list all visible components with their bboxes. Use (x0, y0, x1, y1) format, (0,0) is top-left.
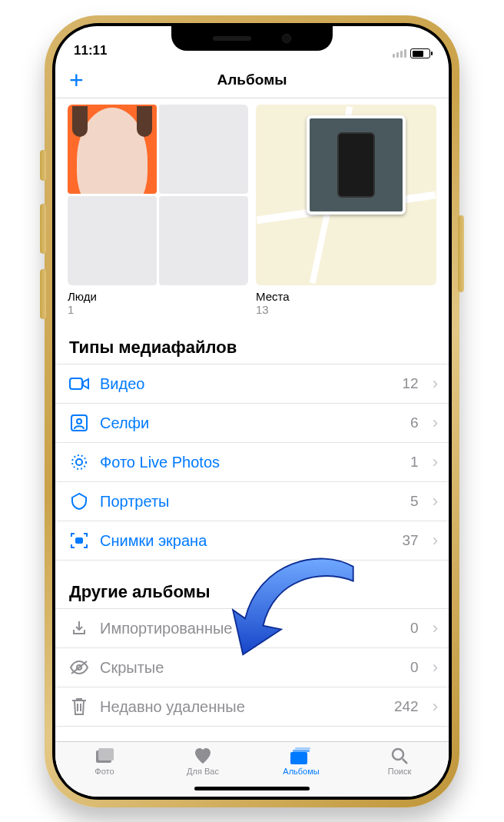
row-livephotos[interactable]: Фото Live Photos 1 › (55, 442, 449, 481)
section-media-types-title: Типы медиафайлов (55, 316, 449, 364)
import-icon (69, 618, 89, 638)
svg-rect-0 (70, 378, 82, 389)
row-selfie[interactable]: Селфи 6 › (55, 403, 449, 442)
tab-photos[interactable]: Фото (55, 747, 154, 797)
video-icon (69, 374, 89, 394)
chevron-right-icon: › (433, 618, 438, 638)
album-places[interactable]: Места 13 (256, 105, 436, 316)
notch (171, 26, 333, 51)
search-tab-icon (389, 747, 410, 765)
content-scroll[interactable]: Люди 1 Места 13 (55, 98, 449, 741)
chevron-right-icon: › (433, 491, 438, 511)
power-button (458, 215, 464, 292)
list-other: Импортированные 0 › Скрытые 0 › (55, 608, 449, 727)
list-media-types: Видео 12 › Селфи 6 › (55, 364, 449, 561)
chevron-right-icon: › (433, 697, 438, 717)
mute-switch (40, 150, 46, 181)
chevron-right-icon: › (433, 531, 438, 551)
add-album-button[interactable]: + (69, 68, 84, 92)
livephoto-icon (69, 452, 89, 472)
selfie-icon (69, 413, 89, 433)
row-hidden[interactable]: Скрытые 0 › (55, 647, 449, 687)
svg-point-2 (77, 419, 81, 424)
album-people-label: Люди (68, 290, 248, 303)
svg-point-4 (72, 455, 86, 469)
svg-rect-12 (295, 747, 310, 750)
row-recently-deleted[interactable]: Недавно удаленные 242 › (55, 687, 449, 727)
trash-icon (69, 697, 89, 717)
svg-line-14 (403, 759, 407, 764)
svg-rect-5 (76, 538, 82, 543)
chevron-right-icon: › (433, 413, 438, 433)
volume-up-button (40, 204, 46, 254)
chevron-right-icon: › (433, 374, 438, 394)
albums-tab-icon (290, 747, 312, 765)
battery-icon (410, 48, 430, 58)
volume-down-button (40, 269, 46, 319)
tab-search[interactable]: Поиск (350, 747, 449, 797)
page-title: Альбомы (217, 72, 287, 88)
row-video[interactable]: Видео 12 › (55, 364, 449, 403)
hidden-icon (69, 657, 89, 677)
phone-frame: 11:11 + Альбомы (45, 15, 459, 807)
svg-rect-10 (290, 752, 307, 764)
svg-point-3 (76, 459, 82, 465)
album-people-count: 1 (68, 303, 248, 316)
svg-point-13 (393, 749, 403, 760)
svg-rect-11 (293, 750, 310, 752)
foryou-tab-icon (192, 747, 214, 765)
row-screenshots[interactable]: Снимки экрана 37 › (55, 521, 449, 561)
status-time: 11:11 (74, 43, 107, 58)
row-portraits[interactable]: Портреты 5 › (55, 481, 449, 521)
album-places-label: Места (256, 290, 436, 303)
chevron-right-icon: › (433, 452, 438, 472)
portrait-icon (69, 491, 89, 511)
signal-icon (393, 49, 406, 58)
album-people[interactable]: Люди 1 (68, 105, 248, 316)
section-other-title: Другие альбомы (55, 561, 449, 608)
chevron-right-icon: › (433, 657, 438, 677)
nav-header: + Альбомы (55, 62, 449, 98)
row-imported[interactable]: Импортированные 0 › (55, 608, 449, 647)
photos-tab-icon (94, 747, 115, 765)
screenshot-icon (69, 531, 89, 551)
home-indicator[interactable] (194, 787, 310, 790)
album-places-count: 13 (256, 303, 436, 316)
svg-rect-9 (98, 748, 114, 760)
